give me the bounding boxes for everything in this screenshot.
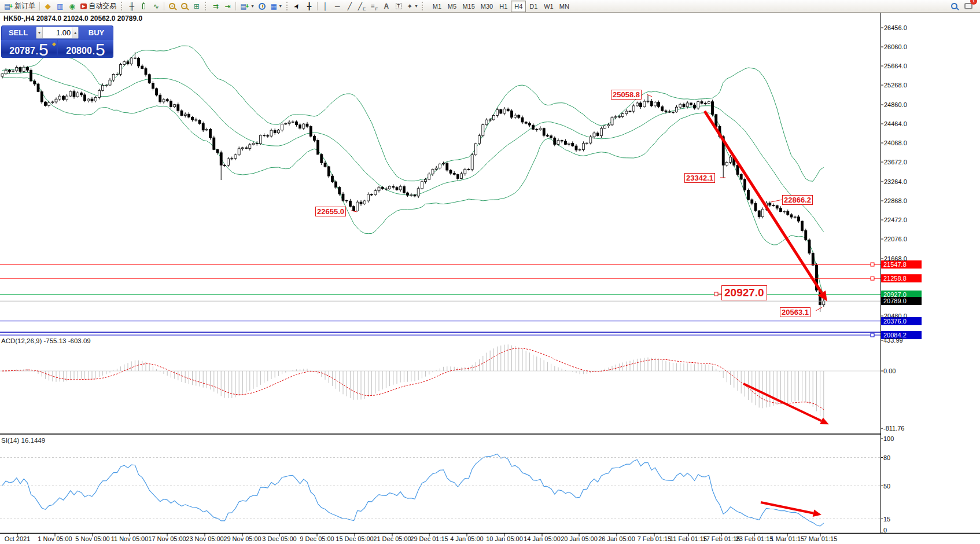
macd-indicator-label: ACD(12,26,9) -755.13 -603.09 bbox=[1, 337, 91, 344]
sell-button[interactable]: SELL bbox=[2, 28, 35, 37]
sell-price[interactable]: 20787.5 bbox=[1, 40, 57, 58]
sell-price-dot: . bbox=[36, 45, 38, 58]
trendline-button[interactable]: ╱ bbox=[344, 1, 356, 12]
new-order-button[interactable]: ▤+新订单 bbox=[2, 1, 38, 12]
timeframe-d1[interactable]: D1 bbox=[526, 1, 541, 12]
chart-canvas[interactable] bbox=[0, 0, 980, 544]
toolbar-separator bbox=[164, 2, 164, 10]
timeframe-m1[interactable]: M1 bbox=[429, 1, 444, 12]
arrows-shapes-button[interactable]: ✦▾ bbox=[404, 1, 419, 12]
volume-down-button[interactable]: ▼ bbox=[36, 27, 43, 38]
timeframe-group: M1M5M15M30H1H4D1W1MN bbox=[429, 1, 572, 12]
volume-input[interactable] bbox=[43, 27, 72, 38]
trend-arrow[interactable] bbox=[743, 384, 829, 424]
timeframe-h1[interactable]: H1 bbox=[496, 1, 511, 12]
trend-arrow[interactable] bbox=[761, 502, 821, 517]
auto-trading-button[interactable]: ▶自动交易 bbox=[78, 1, 119, 12]
text-label-button[interactable]: T bbox=[392, 1, 404, 12]
bar-chart-mode-button[interactable]: ╫ bbox=[126, 1, 138, 12]
notification-badge: 1 bbox=[970, 0, 977, 5]
volume-stepper: ▼ ▲ bbox=[36, 27, 79, 39]
candles-layer bbox=[1, 52, 825, 312]
toolbar-grip[interactable] bbox=[121, 2, 123, 10]
timeframe-mn[interactable]: MN bbox=[557, 1, 572, 12]
sell-price-big: 5 bbox=[39, 42, 49, 58]
chevron-down-icon: ▾ bbox=[279, 3, 282, 9]
spin-up-icon: ▲ bbox=[73, 31, 78, 35]
timeframe-m15[interactable]: M15 bbox=[459, 1, 477, 12]
sell-price-main: 20787 bbox=[9, 44, 35, 58]
toolbar-separator bbox=[235, 2, 236, 10]
search-icon[interactable] bbox=[951, 1, 957, 12]
vertical-line-button[interactable]: │ bbox=[319, 1, 331, 12]
timeframe-h4[interactable]: H4 bbox=[511, 1, 526, 12]
spin-down-icon: ▼ bbox=[37, 31, 41, 35]
rsi-indicator-label: SI(14) 16.1449 bbox=[1, 437, 45, 444]
line-handle[interactable] bbox=[871, 263, 874, 266]
toolbar-grip[interactable] bbox=[205, 2, 207, 10]
text-button[interactable]: A bbox=[380, 1, 392, 12]
equidistant-channel-button[interactable]: ╱E bbox=[356, 1, 369, 12]
templates-button[interactable]: ▦▾ bbox=[268, 1, 283, 12]
trend-arrow[interactable] bbox=[705, 111, 827, 302]
chevron-down-icon: ▾ bbox=[251, 3, 253, 9]
new-chart-button[interactable]: ▤+▾ bbox=[238, 1, 256, 12]
chart-symbol-title: HK50-,H4 20874.0 21024.0 20562.0 20789.0 bbox=[3, 14, 142, 23]
toolbar-separator bbox=[39, 2, 40, 10]
market-watch-button[interactable]: ◆ bbox=[42, 1, 54, 12]
notifications-icon[interactable]: 1 bbox=[964, 1, 972, 12]
zoom-out-button[interactable]: − bbox=[178, 1, 190, 12]
signals-button[interactable]: ◉ bbox=[66, 1, 78, 12]
toolbar-separator bbox=[317, 2, 318, 10]
zoom-in-button[interactable]: + bbox=[166, 1, 178, 12]
tile-windows-button[interactable]: ⊞ bbox=[190, 1, 202, 12]
auto-scroll-button[interactable]: ⇉ bbox=[209, 1, 222, 12]
chevron-down-icon: ▾ bbox=[415, 3, 417, 9]
buy-price-big: 5 bbox=[95, 42, 105, 58]
buy-price-main: 20800 bbox=[66, 44, 92, 58]
buy-price[interactable]: 20800.5 bbox=[58, 40, 113, 58]
toolbar-grip[interactable] bbox=[286, 2, 289, 10]
data-window-button[interactable]: ▥ bbox=[54, 1, 66, 12]
period-clock-button[interactable] bbox=[256, 1, 268, 12]
bollinger-bands bbox=[2, 46, 824, 296]
timeframe-m5[interactable]: M5 bbox=[444, 1, 459, 12]
toolbar-right-icons: 1 bbox=[951, 1, 978, 12]
candle-chart-mode-button[interactable] bbox=[138, 1, 150, 12]
crosshair-button[interactable]: ╋ bbox=[303, 1, 315, 12]
timeframe-w1[interactable]: W1 bbox=[541, 1, 557, 12]
buy-button[interactable]: BUY bbox=[80, 28, 113, 37]
buy-price-dot: . bbox=[93, 45, 95, 58]
macd-signal-line bbox=[2, 348, 824, 410]
horizontal-line-button[interactable]: ─ bbox=[331, 1, 344, 12]
chart-shift-button[interactable]: ⇥ bbox=[222, 1, 234, 12]
fibonacci-button[interactable]: ≡F bbox=[368, 1, 380, 12]
one-click-trade-panel: SELL ▼ ▲ BUY 20787.5 20800.5 bbox=[1, 25, 113, 58]
timeframe-m30[interactable]: M30 bbox=[478, 1, 496, 12]
main-toolbar: ▤+新订单◆▥◉▶自动交易╫∿+−⊞⇉⇥▤+▾▦▾➤╋│─╱╱E≡FAT✦▾M1… bbox=[0, 0, 980, 13]
line-chart-mode-button[interactable]: ∿ bbox=[150, 1, 162, 12]
macd-histogram bbox=[2, 344, 824, 419]
toolbar-grip[interactable] bbox=[422, 2, 424, 10]
rsi-plot bbox=[2, 454, 824, 526]
cursor-button[interactable]: ➤ bbox=[291, 1, 303, 12]
line-handle[interactable] bbox=[871, 277, 874, 280]
line-handle[interactable] bbox=[871, 333, 874, 337]
volume-up-button[interactable]: ▲ bbox=[72, 27, 78, 38]
